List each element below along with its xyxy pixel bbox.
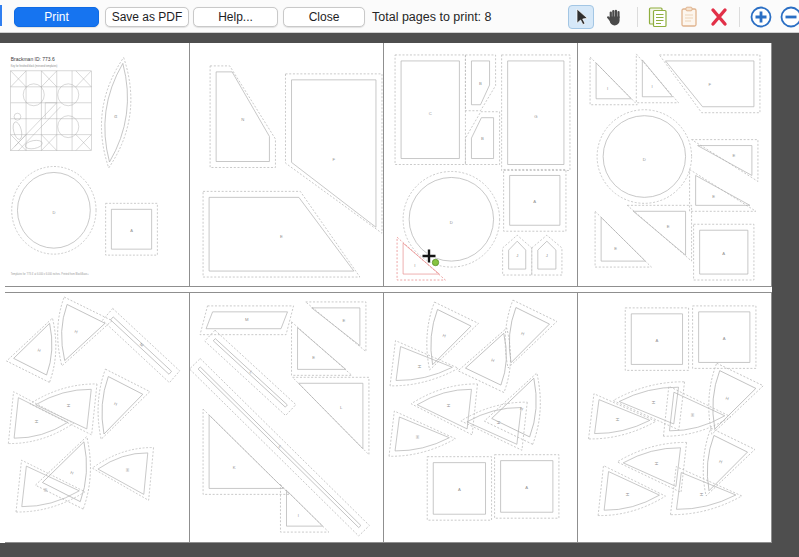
template-G[interactable]: G: [95, 55, 137, 169]
template-J[interactable]: J: [532, 235, 562, 275]
template-I[interactable]: I: [280, 484, 328, 532]
template-D[interactable]: D: [403, 171, 500, 267]
template-E[interactable]: E: [692, 140, 758, 182]
template-label: D: [450, 220, 453, 225]
template-E[interactable]: E: [292, 322, 352, 376]
page-3[interactable]: CBBGDAJJI: [384, 43, 578, 287]
delete-tool[interactable]: [706, 5, 732, 29]
template-H[interactable]: H: [693, 363, 765, 445]
template-E[interactable]: E: [306, 302, 366, 352]
template-L[interactable]: L: [205, 330, 296, 415]
page-6[interactable]: MEELLLKI: [190, 292, 384, 543]
cursor-plus-badge: [432, 259, 438, 265]
template-H[interactable]: H: [598, 466, 665, 516]
pan-hand-tool[interactable]: [602, 5, 628, 29]
template-B[interactable]: B: [465, 55, 495, 111]
hand-icon: [604, 6, 626, 28]
template-label: N: [241, 117, 244, 122]
print-button[interactable]: Print: [14, 7, 99, 27]
template-C[interactable]: C: [395, 55, 465, 165]
template-L[interactable]: L: [293, 377, 369, 454]
page-2[interactable]: NFE: [190, 43, 384, 287]
page-7[interactable]: HHHHHHHHAA: [384, 292, 578, 543]
pages-row-1: Brackman ID: 773.6 Key for finished bloc…: [5, 43, 772, 287]
template-H[interactable]: H: [390, 341, 458, 386]
template-B[interactable]: B: [465, 112, 499, 165]
template-label: G: [114, 114, 118, 119]
template-label: H: [74, 329, 78, 335]
template-F[interactable]: F: [659, 55, 760, 113]
template-H[interactable]: H: [617, 442, 686, 492]
template-label: A: [723, 336, 726, 341]
template-E[interactable]: E: [690, 169, 756, 211]
template-A[interactable]: A: [495, 455, 559, 518]
template-A[interactable]: A: [625, 308, 688, 370]
template-H[interactable]: H: [43, 297, 114, 377]
template-H[interactable]: H: [389, 411, 455, 456]
template-label: H: [125, 469, 130, 472]
template-H[interactable]: H: [30, 384, 97, 435]
template-label: E: [342, 318, 345, 323]
page-7-svg[interactable]: HHHHHHHHAA: [384, 293, 577, 542]
page-4-svg[interactable]: IIFDEEEEA: [578, 43, 771, 286]
template-G[interactable]: G: [502, 55, 570, 171]
template-I[interactable]: I: [590, 57, 637, 105]
block-id-header: Brackman ID: 773.6: [11, 56, 55, 62]
block-key-caption: Key for finished block (mirrored templat…: [11, 65, 58, 68]
template-H[interactable]: H: [92, 448, 153, 501]
template-A[interactable]: A: [694, 224, 754, 280]
template-label: E: [712, 194, 715, 199]
page-8-svg[interactable]: AAHHHHHHHH: [578, 293, 771, 542]
template-label: A: [525, 485, 528, 490]
save-as-pdf-button[interactable]: Save as PDF: [105, 7, 189, 27]
template-label: H: [417, 365, 422, 368]
page-1-svg[interactable]: Brackman ID: 773.6 Key for finished bloc…: [5, 43, 189, 286]
template-H[interactable]: H: [411, 384, 477, 435]
zoom-in-tool[interactable]: [748, 5, 774, 29]
help-button[interactable]: Help...: [193, 7, 278, 27]
template-N[interactable]: N: [210, 66, 275, 168]
template-F[interactable]: F: [285, 74, 382, 233]
template-label: H: [34, 420, 39, 423]
page-2-svg[interactable]: NFE: [190, 43, 383, 286]
toolbar-separator: [637, 7, 638, 27]
page-1[interactable]: Brackman ID: 773.6 Key for finished bloc…: [5, 43, 190, 287]
template-A[interactable]: A: [106, 203, 158, 255]
template-H[interactable]: H: [589, 394, 656, 439]
template-K[interactable]: K: [203, 409, 289, 494]
page-5[interactable]: HHMHHHHHH: [5, 292, 190, 543]
template-D[interactable]: D: [12, 166, 96, 254]
page-6-svg[interactable]: MEELLLKI: [190, 293, 383, 542]
template-H[interactable]: H: [663, 386, 730, 436]
template-A[interactable]: A: [693, 306, 756, 368]
toolbar-separator: [739, 7, 740, 27]
template-H[interactable]: H: [16, 460, 85, 512]
page-4[interactable]: IIFDEEEEA: [578, 43, 772, 287]
template-label: F: [708, 82, 711, 87]
template-H[interactable]: H: [490, 300, 558, 378]
template-A[interactable]: A: [504, 169, 566, 231]
close-button[interactable]: Close: [283, 7, 365, 27]
template-label: H: [415, 435, 420, 438]
page-3-svg[interactable]: CBBGDAJJI: [384, 43, 577, 286]
template-A[interactable]: A: [427, 457, 491, 520]
template-M[interactable]: M: [200, 306, 293, 335]
select-arrow-tool[interactable]: [568, 5, 594, 29]
template-label: M: [245, 317, 249, 322]
template-E[interactable]: E: [203, 191, 360, 277]
template-J[interactable]: J: [503, 235, 532, 275]
template-M[interactable]: M: [102, 308, 179, 382]
template-label: H: [725, 396, 730, 402]
template-label: E: [280, 234, 283, 239]
zoom-out-tool[interactable]: [778, 5, 799, 29]
copy-pages-tool[interactable]: [645, 5, 671, 29]
template-D[interactable]: D: [597, 110, 691, 204]
template-L[interactable]: L: [190, 359, 369, 536]
page-8[interactable]: AAHHHHHHHH: [578, 292, 772, 543]
template-H[interactable]: H: [482, 362, 556, 444]
page-5-svg[interactable]: HHMHHHHHH: [5, 293, 189, 542]
template-H[interactable]: H: [83, 369, 151, 450]
template-H[interactable]: H: [456, 318, 525, 393]
template-H[interactable]: H: [5, 308, 70, 383]
paste-clipboard-tool[interactable]: [676, 5, 702, 29]
